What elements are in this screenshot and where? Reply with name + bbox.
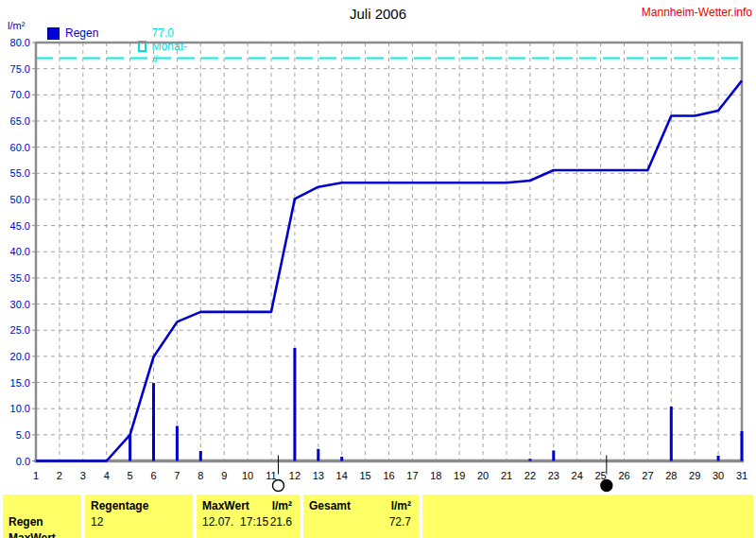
svg-text:6: 6 — [150, 470, 156, 481]
svg-text:2: 2 — [57, 470, 62, 481]
svg-text:80.0: 80.0 — [10, 37, 30, 48]
svg-text:31: 31 — [736, 470, 747, 481]
svg-text:0.0: 0.0 — [16, 456, 30, 467]
table-row-label-regen: Regen — [3, 514, 81, 530]
svg-text:17: 17 — [406, 470, 418, 481]
table-cell-gesamt: Gesamt l/m² 72.7 — [303, 495, 419, 538]
svg-text:55.0: 55.0 — [10, 167, 30, 179]
svg-text:45.0: 45.0 — [10, 220, 30, 232]
svg-text:16: 16 — [383, 470, 394, 481]
svg-text:70.0: 70.0 — [10, 89, 30, 100]
svg-text:27: 27 — [642, 470, 653, 481]
svg-text:25: 25 — [594, 470, 606, 481]
gesamt-unit: l/m² — [391, 498, 411, 514]
svg-text:28: 28 — [665, 470, 677, 481]
table-cell-empty — [422, 495, 753, 538]
maxwert-header: MaxWert — [202, 498, 249, 514]
svg-text:10.0: 10.0 — [10, 403, 30, 414]
regentage-header: Regentage — [85, 498, 193, 514]
svg-text:75.0: 75.0 — [10, 63, 30, 75]
svg-text:22: 22 — [524, 470, 536, 481]
svg-text:15.0: 15.0 — [10, 377, 30, 389]
svg-text:24: 24 — [572, 470, 583, 481]
svg-text:8: 8 — [198, 470, 203, 481]
svg-text:18: 18 — [430, 470, 441, 481]
svg-text:10: 10 — [242, 470, 253, 481]
svg-text:5: 5 — [128, 470, 133, 481]
regentage-value: 12 — [85, 514, 193, 530]
table-cell-row-labels: Regen MaxWert — [3, 495, 81, 538]
svg-text:9: 9 — [221, 470, 227, 481]
svg-text:23: 23 — [548, 470, 559, 481]
svg-text:4: 4 — [104, 470, 110, 481]
table-cell-maxwert: MaxWert l/m² 12.07. 17:15 21.6 — [197, 495, 300, 538]
weather-rain-chart-page: Juli 2006 Mannheim-Wetter.info l/m² Rege… — [0, 0, 756, 538]
svg-text:1: 1 — [33, 470, 39, 481]
svg-text:14: 14 — [336, 470, 348, 481]
svg-text:13: 13 — [313, 470, 324, 481]
svg-text:3: 3 — [80, 470, 86, 481]
maxwert-unit: l/m² — [272, 498, 292, 514]
svg-text:35.0: 35.0 — [10, 272, 30, 284]
gesamt-total: 72.7 — [389, 514, 411, 530]
svg-text:40.0: 40.0 — [10, 246, 30, 257]
table-row-label-maxwert: MaxWert — [3, 530, 81, 538]
maxwert-amount: 21.6 — [270, 514, 292, 530]
svg-text:5.0: 5.0 — [16, 429, 30, 441]
svg-text:29: 29 — [689, 470, 700, 481]
svg-text:21: 21 — [501, 470, 512, 481]
svg-text:15: 15 — [359, 470, 370, 481]
rain-cumulative-chart: 0.05.010.015.020.025.030.035.040.045.050… — [0, 0, 756, 495]
svg-text:30: 30 — [713, 470, 724, 481]
svg-text:30.0: 30.0 — [10, 299, 30, 310]
svg-text:25.0: 25.0 — [10, 324, 30, 336]
svg-text:7: 7 — [174, 470, 180, 481]
svg-text:50.0: 50.0 — [10, 194, 30, 205]
maxwert-datetime: 12.07. 17:15 — [202, 514, 268, 530]
svg-text:19: 19 — [454, 470, 465, 481]
svg-text:26: 26 — [618, 470, 629, 481]
svg-text:20: 20 — [477, 470, 489, 481]
table-cell-regentage: Regentage 12 — [85, 495, 193, 538]
gesamt-header: Gesamt — [309, 498, 351, 514]
svg-text:11: 11 — [266, 470, 276, 481]
svg-text:12: 12 — [289, 470, 301, 481]
svg-text:60.0: 60.0 — [10, 142, 30, 153]
svg-text:20.0: 20.0 — [10, 351, 30, 362]
svg-text:65.0: 65.0 — [10, 115, 30, 127]
